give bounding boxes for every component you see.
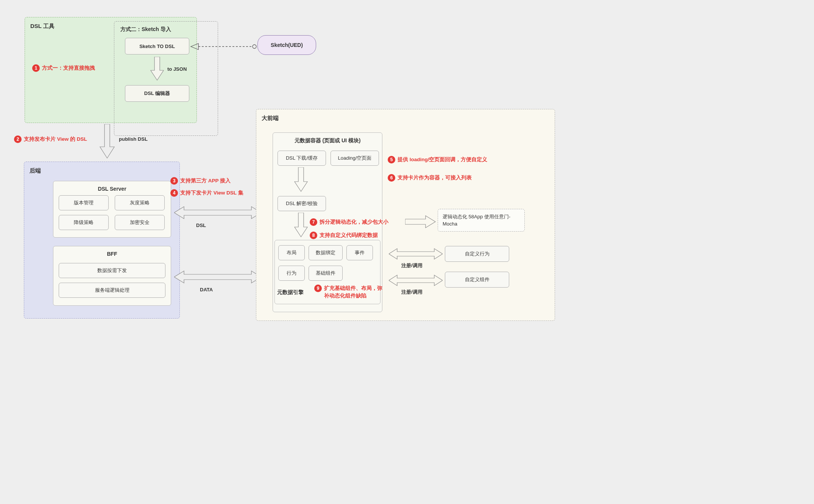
badge-2: 2	[14, 135, 22, 143]
loading-empty-block: Loading/空页面	[331, 151, 379, 166]
bff-title: BFF	[58, 251, 166, 257]
bff-item-1: 服务端逻辑处理	[59, 283, 165, 298]
badge-5: 5	[388, 156, 395, 163]
annotation-4: 4 支持下发卡片 View DSL 集	[170, 189, 243, 197]
dsl-download-block: DSL 下载/缓存	[278, 151, 326, 166]
annotation-9: 9 扩充基础组件、布局，弥补动态化组件缺陷	[314, 285, 382, 300]
backend-title: 后端	[29, 166, 175, 176]
dsl-server-item-0: 版本管理	[59, 195, 109, 210]
dsl-server-item-3: 加密安全	[115, 215, 165, 230]
svg-marker-1	[191, 44, 198, 50]
annotation-2-text: 支持发布卡片 View 的 DSL	[24, 135, 87, 143]
publish-dsl-label: publish DSL	[119, 136, 148, 142]
regcall-1-label: 注册/调用	[401, 262, 423, 269]
annotation-6: 6 支持卡片作为容器，可接入列表	[388, 174, 472, 182]
annotation-5-text: 提供 loading/空页面回调，方便自定义	[398, 156, 488, 163]
badge-8: 8	[310, 232, 317, 239]
dsl-editor-block: DSL 编辑器	[125, 85, 189, 102]
arrow-bidir-data	[174, 269, 261, 285]
badge-4: 4	[170, 189, 178, 197]
annotation-8-text: 支持自定义代码绑定数据	[320, 232, 378, 239]
engine-item-0: 布局	[278, 245, 305, 260]
sketch-to-dsl-block: Sketch TO DSL	[125, 38, 189, 54]
arrow-bidir-dsl	[174, 204, 261, 221]
badge-7: 7	[310, 218, 317, 226]
dsl-decrypt-block: DSL 解密/校验	[278, 196, 326, 211]
svg-point-2	[253, 45, 256, 48]
annotation-1-text: 方式一：支持直接拖拽	[42, 64, 95, 72]
engine-item-3: 行为	[278, 266, 305, 281]
data-label: DATA	[200, 287, 213, 292]
annotation-5: 5 提供 loading/空页面回调，方便自定义	[388, 156, 488, 163]
logic-dynamic-text: 逻辑动态化 58App 使用任意门-Mocha	[443, 213, 520, 228]
dsl-label: DSL	[196, 222, 206, 228]
annotation-7-text: 拆分逻辑动态化，减少包大小	[320, 218, 388, 226]
annotation-6-text: 支持卡片作为容器，可接入列表	[398, 174, 472, 182]
annotation-3-text: 支持第三方 APP 接入	[180, 177, 231, 185]
badge-1: 1	[32, 64, 40, 72]
badge-3: 3	[170, 177, 178, 185]
engine-item-2: 事件	[346, 245, 373, 260]
meta-container-title: 元数据容器 (页面或 UI 模块)	[278, 137, 377, 144]
dsl-server-item-2: 降级策略	[59, 215, 109, 230]
logic-dynamic-block: 逻辑动态化 58App 使用任意门-Mocha	[438, 209, 525, 232]
annotation-7: 7 拆分逻辑动态化，减少包大小	[310, 218, 388, 226]
annotation-1: 1 方式一：支持直接拖拽	[32, 64, 95, 72]
sketch-ued-pill: Sketch(UED)	[257, 35, 316, 55]
arrow-bidir-regcall-2	[389, 273, 443, 288]
arrow-bidir-regcall-1	[389, 247, 443, 261]
bff-item-0: 数据按需下发	[59, 263, 165, 278]
annotation-4-text: 支持下发卡片 View DSL 集	[180, 189, 243, 197]
badge-9: 9	[314, 285, 322, 292]
frontend-title: 大前端	[261, 113, 550, 123]
arrow-sketch-ued-to-dsl	[189, 44, 257, 51]
engine-item-1: 数据绑定	[309, 245, 343, 260]
to-json-label: to JSON	[167, 66, 187, 72]
dsl-server-title: DSL Server	[58, 186, 166, 192]
engine-title: 元数据引擎	[277, 289, 304, 296]
annotation-8: 8 支持自定义代码绑定数据	[310, 232, 378, 239]
engine-item-4: 基础组件	[309, 266, 343, 281]
annotation-3: 3 支持第三方 APP 接入	[170, 177, 231, 185]
badge-6: 6	[388, 174, 395, 182]
method2-title: 方式二：Sketch 导入	[117, 25, 215, 34]
custom-component-block: 自定义组件	[445, 272, 509, 288]
annotation-9-text: 扩充基础组件、布局，弥补动态化组件缺陷	[324, 285, 382, 300]
custom-behavior-block: 自定义行为	[445, 246, 509, 262]
regcall-2-label: 注册/调用	[401, 289, 423, 296]
dsl-server-item-1: 灰度策略	[115, 195, 165, 210]
annotation-2: 2 支持发布卡片 View 的 DSL	[14, 135, 87, 143]
